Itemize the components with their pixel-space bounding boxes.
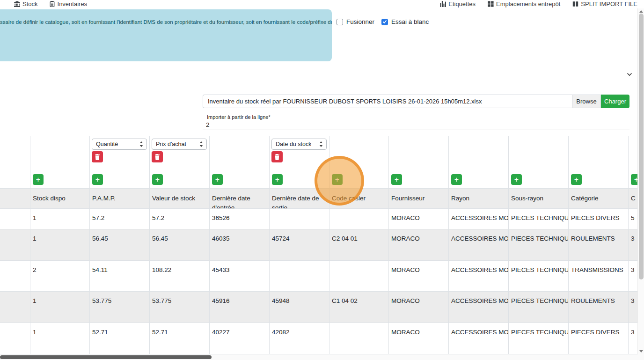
table-row[interactable]: 156.4556.454603545724C2 04 01MORACOACCES… (0, 229, 644, 261)
file-upload-group: Inventaire du stock réel par FOURNISSEUR… (203, 95, 629, 108)
table-cell: 36526 (210, 209, 270, 229)
table-cell: ROULEMENTS (569, 229, 629, 260)
table-cell: 53.775 (90, 292, 150, 323)
mapping-cell: Date du stock (270, 136, 329, 171)
split-columns-icon (572, 1, 578, 7)
info-alert: ssaire de définir le catalogue, soit en … (0, 9, 332, 61)
table-cell: MORACO (389, 292, 449, 323)
add-mapping-button[interactable]: + (212, 174, 223, 185)
collapse-panel-button[interactable] (627, 70, 632, 78)
nav-split-import-file[interactable]: SPLIT IMPORT FILE (572, 0, 637, 7)
nav-inventaires-label: Inventaires (58, 0, 88, 7)
remove-mapping-button[interactable] (271, 151, 283, 162)
mapping-cell (0, 136, 30, 171)
add-mapping-button[interactable]: + (511, 174, 522, 185)
table-row[interactable]: 152.7152.714022742082MORACOACCESSOIRES M… (0, 323, 644, 354)
table-cell: 45948 (270, 292, 329, 323)
table-cell: TRANSMISSIONS (569, 261, 629, 291)
horizontal-scrollbar-thumb[interactable] (0, 355, 212, 359)
add-mapping-button-highlighted[interactable]: + (332, 174, 343, 185)
table-cell: ACCESSOIRES MOTO (449, 229, 509, 260)
table-cell: 52.71 (150, 323, 210, 354)
table-cell: 53.775 (150, 292, 210, 323)
table-cell: PIECES TECHNIQUES (509, 261, 569, 291)
file-input[interactable]: Inventaire du stock réel par FOURNISSEUR… (203, 95, 572, 108)
add-mapping-button[interactable]: + (92, 174, 103, 185)
essai-a-blanc-checkbox-box (381, 19, 388, 25)
mapping-cell (509, 136, 569, 171)
column-header: Valeur de stock (150, 189, 210, 208)
scroll-down-arrow-icon[interactable] (639, 350, 643, 353)
add-mapping-button[interactable]: + (571, 174, 582, 185)
plus-cell: + (389, 171, 449, 188)
vertical-scrollbar[interactable] (637, 8, 644, 360)
table-cell (0, 229, 30, 260)
table-cell (270, 261, 329, 291)
scroll-up-arrow-icon[interactable] (639, 10, 643, 13)
selected-mapping-label: Prix d'achat (156, 141, 186, 147)
table-row[interactable]: 157.257.236526MORACOACCESSOIRES MOTOPIEC… (0, 209, 644, 229)
remove-mapping-button[interactable] (92, 151, 103, 162)
table-cell: PIECES TECHNIQUES (509, 209, 569, 229)
plus-cell: + (449, 171, 509, 188)
plus-cell: + (210, 171, 270, 188)
browse-button[interactable]: Browse (572, 95, 601, 108)
table-cell: 57.2 (150, 209, 210, 229)
nav-etiquettes[interactable]: Etiquettes (440, 0, 476, 7)
add-mapping-button[interactable]: + (391, 174, 402, 185)
info-alert-text: ssaire de définir le catalogue, soit en … (0, 19, 332, 25)
mapping-cell (569, 136, 629, 171)
add-mapping-button[interactable]: + (152, 174, 163, 185)
table-cell: 45916 (210, 292, 270, 323)
table-cell: ACCESSOIRES MOTO (449, 292, 509, 323)
checkmark-icon (382, 20, 387, 24)
add-mapping-button[interactable]: + (33, 174, 44, 185)
table-cell (270, 209, 329, 229)
nav-emplacements-label: Emplacements entrepôt (496, 0, 560, 7)
table-cell: ACCESSOIRES MOTO (449, 323, 509, 354)
table-row[interactable]: 254.11108.2245433MORACOACCESSOIRES MOTOP… (0, 261, 644, 292)
column-mapping-select[interactable]: Date du stock (271, 139, 327, 150)
table-cell: 1 (30, 292, 90, 323)
charger-button[interactable]: Charger (601, 95, 629, 108)
table-cell: ROULEMENTS (569, 292, 629, 323)
column-header: Stock dispo (30, 189, 90, 208)
column-mapping-select[interactable]: Quantité (92, 139, 147, 150)
table-cell: 54.11 (90, 261, 150, 291)
column-header: Sous-rayon (509, 189, 569, 208)
nav-emplacements-entrepot[interactable]: Emplacements entrepôt (488, 0, 560, 7)
mapping-cell (329, 136, 389, 171)
table-cell: 56.45 (150, 229, 210, 260)
table-cell: ACCESSOIRES MOTO (449, 261, 509, 291)
nav-stock[interactable]: Stock (14, 0, 38, 7)
vertical-scrollbar-thumb[interactable] (639, 14, 644, 279)
table-cell: 57.2 (90, 209, 150, 229)
mapping-cell (449, 136, 509, 171)
chevron-down-icon (627, 73, 632, 76)
plus-cell: + (329, 171, 389, 188)
horizontal-scrollbar[interactable] (0, 354, 637, 360)
table-cell: MORACO (389, 261, 449, 291)
fusionner-checkbox[interactable]: Fusionner (337, 18, 374, 25)
add-mapping-button[interactable]: + (272, 174, 283, 185)
table-cell (329, 323, 389, 354)
add-mapping-button[interactable]: + (451, 174, 462, 185)
remove-mapping-button[interactable] (152, 151, 163, 162)
import-line-input[interactable]: 2 (206, 121, 210, 128)
table-cell: PIECES TECHNIQUES (509, 323, 569, 354)
column-header: P.A.M.P. (90, 189, 150, 208)
import-mapping-table: QuantitéPrix d'achatDate du stock+++++++… (0, 136, 644, 354)
sort-arrows-icon (319, 141, 323, 147)
table-cell: ACCESSOIRES MOTO (449, 209, 509, 229)
table-cell: 42082 (270, 323, 329, 354)
grid-icon (488, 1, 494, 7)
table-cell: 45724 (270, 229, 329, 260)
bar-chart-icon (440, 1, 446, 7)
plus-cell: + (150, 171, 210, 188)
table-row[interactable]: 153.77553.7754591645948C1 04 02MORACOACC… (0, 292, 644, 323)
mapping-cell: Prix d'achat (150, 136, 210, 171)
nav-inventaires[interactable]: Inventaires (49, 0, 88, 7)
table-cell: 1 (30, 209, 90, 229)
column-mapping-select[interactable]: Prix d'achat (152, 139, 207, 150)
essai-a-blanc-checkbox[interactable]: Essai à blanc (381, 18, 429, 25)
